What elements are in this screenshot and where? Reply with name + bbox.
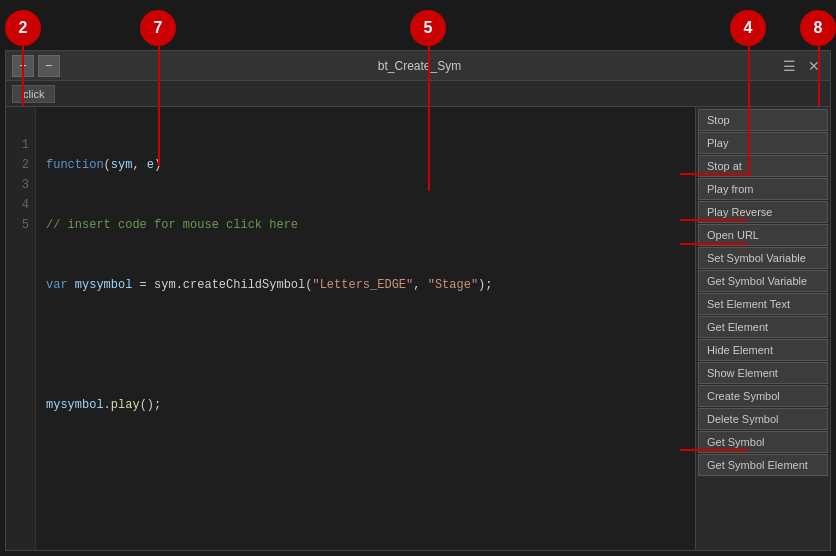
- annotation-line-2: [22, 46, 24, 106]
- h-line-create-symbol: [680, 449, 748, 451]
- menu-button[interactable]: ☰: [779, 56, 800, 76]
- h-line-play-from: [680, 243, 748, 245]
- code-line-1: // insert code for mouse click here: [46, 215, 685, 235]
- sidebar-btn-hide-element[interactable]: Hide Element: [698, 339, 828, 361]
- minus-button[interactable]: −: [38, 55, 60, 77]
- sidebar-btn-create-symbol[interactable]: Create Symbol: [698, 385, 828, 407]
- sidebar-btn-delete-symbol[interactable]: Delete Symbol: [698, 408, 828, 430]
- sidebar-btn-get-element[interactable]: Get Element: [698, 316, 828, 338]
- editor-title: bt_Create_Sym: [64, 59, 775, 73]
- tab-click[interactable]: click: [12, 85, 55, 103]
- code-line-2: var mysymbol = sym.createChildSymbol("Le…: [46, 275, 685, 295]
- code-line-3: [46, 335, 685, 355]
- title-bar: + − bt_Create_Sym ☰ ✕: [6, 51, 830, 81]
- annotation-7: 7: [140, 10, 176, 46]
- sidebar-btn-get-symbol-variable[interactable]: Get Symbol Variable: [698, 270, 828, 292]
- annotation-5: 5: [410, 10, 446, 46]
- annotation-line-7: [158, 46, 160, 166]
- annotation-2: 2: [5, 10, 41, 46]
- annotation-line-4: [748, 46, 750, 176]
- annotation-line-8: [818, 46, 820, 106]
- annotation-8: 8: [800, 10, 836, 46]
- code-line-func: function(sym, e): [46, 155, 685, 175]
- code-line-5: [46, 455, 685, 475]
- code-line-4: mysymbol.play();: [46, 395, 685, 415]
- sidebar-btn-show-element[interactable]: Show Element: [698, 362, 828, 384]
- h-line-stop: [680, 173, 748, 175]
- tab-bar: click: [6, 81, 830, 107]
- main-container: + − bt_Create_Sym ☰ ✕ click 1 2 3 4 5 fu…: [5, 50, 831, 551]
- sidebar-btn-play-from[interactable]: Play from: [698, 178, 828, 200]
- annotation-line-5: [428, 46, 430, 191]
- sidebar-btn-stop[interactable]: Stop: [698, 109, 828, 131]
- sidebar-btn-play[interactable]: Play: [698, 132, 828, 154]
- sidebar-btn-get-symbol-element[interactable]: Get Symbol Element: [698, 454, 828, 476]
- annotation-4: 4: [730, 10, 766, 46]
- h-line-stop-at: [680, 219, 748, 221]
- code-editor[interactable]: 1 2 3 4 5 function(sym, e) // insert cod…: [6, 107, 695, 550]
- close-button[interactable]: ✕: [804, 56, 824, 76]
- sidebar-btn-set-symbol-variable[interactable]: Set Symbol Variable: [698, 247, 828, 269]
- line-numbers: 1 2 3 4 5: [6, 107, 36, 550]
- code-content[interactable]: function(sym, e) // insert code for mous…: [36, 107, 695, 550]
- sidebar-btn-set-element-text[interactable]: Set Element Text: [698, 293, 828, 315]
